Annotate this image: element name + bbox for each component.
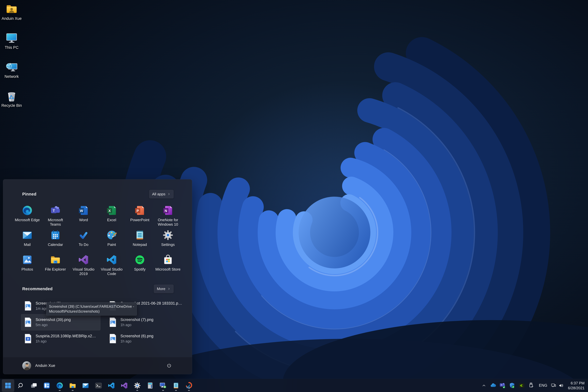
system-tray: T ENG 6:37 PM 6/28/2021	[480, 379, 586, 392]
user-avatar	[22, 361, 31, 370]
vscode-taskbar-button[interactable]	[105, 379, 118, 392]
powerpoint-icon: P	[134, 205, 146, 216]
word-app-tile[interactable]: W Word	[70, 204, 98, 228]
mail-app-tile[interactable]: Mail	[13, 228, 41, 253]
language-indicator[interactable]: ENG	[536, 381, 550, 390]
recommended-item[interactable]: Screenshot (6).png 1h ago	[106, 330, 185, 347]
start-menu-footer: Anduin Xue	[3, 357, 192, 374]
photos-app-tile[interactable]: Photos	[13, 253, 41, 278]
snip-taskbar-button[interactable]	[183, 379, 195, 392]
recommended-item[interactable]: Screenshot (7).png 1h ago	[106, 314, 185, 330]
spotify-app-tile[interactable]: Spotify	[126, 253, 154, 278]
edge-taskbar-button[interactable]	[54, 379, 66, 392]
image-file-icon	[24, 317, 32, 327]
task-view-taskbar-button[interactable]	[28, 379, 40, 392]
spotify-icon	[134, 254, 146, 266]
running-indicator	[72, 390, 74, 391]
search-icon	[17, 382, 25, 389]
recommended-item-time: 1h ago	[36, 339, 97, 343]
snip-icon	[185, 382, 193, 389]
svg-text:N: N	[165, 209, 167, 213]
mail-taskbar-button[interactable]	[80, 379, 92, 392]
recommended-item-title: Screenshot (39).png	[36, 318, 71, 322]
notepad-app-tile[interactable]: Notepad	[126, 228, 154, 253]
excel-app-tile[interactable]: X Excel	[98, 204, 126, 228]
onenote-icon: N	[162, 205, 174, 216]
video-file-icon	[24, 334, 32, 344]
widgets-taskbar-button[interactable]	[41, 379, 53, 392]
tray-icons: T	[490, 382, 534, 389]
microsoft-teams-app-tile[interactable]: T Microsoft Teams	[41, 204, 70, 228]
search-taskbar-button[interactable]	[15, 379, 27, 392]
volume-button[interactable]	[557, 382, 565, 390]
recommended-item[interactable]: Screenshot (39).png 5m ago	[21, 314, 100, 330]
notepad-icon	[134, 230, 146, 241]
desktop-icons: Anduin Xue This PC Network Recycle Bin	[1, 3, 22, 108]
usb-device-tray-button[interactable]	[528, 382, 534, 389]
more-button[interactable]: More	[154, 285, 174, 293]
network-button[interactable]	[550, 382, 557, 390]
settings-taskbar-button[interactable]	[131, 379, 144, 392]
tooltip-line-2: Microsoft\Pictures\Screenshots)	[49, 309, 100, 313]
power-button[interactable]	[164, 361, 174, 370]
settings-app-tile[interactable]: Settings	[154, 228, 182, 253]
visual-studio-taskbar-button[interactable]	[118, 379, 130, 392]
running-indicator	[188, 390, 190, 391]
svg-text:T: T	[501, 384, 502, 386]
clock-date: 6/28/2021	[568, 386, 584, 390]
terminal-icon	[95, 382, 102, 389]
microsoft-edge-app-tile[interactable]: Microsoft Edge	[13, 204, 41, 228]
pinned-header: Pinned	[22, 192, 36, 196]
tray-overflow-button[interactable]	[480, 381, 488, 390]
edge-icon	[22, 205, 33, 216]
visual-studio-2019-app-tile[interactable]: Visual Studio 2019	[70, 253, 98, 278]
onenote-for-windows-10-app-tile[interactable]: N OneNote for Windows 10	[154, 204, 182, 228]
windows-security-tray-button[interactable]	[509, 382, 515, 389]
user-folder-icon	[6, 3, 18, 15]
recommended-item-time: 1h ago	[120, 339, 154, 343]
pinned-apps-grid: Microsoft Edge T Microsoft Teams W Word …	[13, 204, 182, 278]
onedrive-tray-button[interactable]	[490, 382, 496, 389]
clock[interactable]: 6:37 PM 6/28/2021	[567, 381, 586, 390]
network-desktop-icon[interactable]: Network	[1, 61, 22, 79]
recommended-item[interactable]: Suspiria.2018.1080p.WEBRip.x264-[... 1h …	[21, 330, 100, 347]
running-indicator	[175, 390, 177, 391]
calculator-icon	[146, 382, 154, 389]
notepad-icon	[172, 382, 180, 389]
calendar-app-tile[interactable]: Calendar	[41, 228, 70, 253]
calculator-taskbar-button[interactable]	[144, 379, 156, 392]
image-file-icon	[109, 334, 117, 344]
teams-status-tray-button[interactable]: T	[499, 382, 506, 389]
file-explorer-app-tile[interactable]: File Explorer	[41, 253, 70, 278]
task-view-icon	[30, 382, 38, 389]
microsoft-store-app-tile[interactable]: Microsoft Store	[154, 253, 182, 278]
recommended-header: Recommended	[22, 286, 52, 291]
to-do-app-tile[interactable]: To Do	[70, 228, 98, 253]
word-icon: W	[78, 205, 89, 216]
running-indicator	[59, 390, 61, 391]
win-start-icon	[4, 382, 12, 389]
file-explorer-taskbar-button[interactable]	[66, 379, 79, 392]
excel-icon: X	[106, 205, 117, 216]
all-apps-button[interactable]: All apps	[149, 190, 174, 198]
visual-studio-code-app-tile[interactable]: Visual Studio Code	[98, 253, 126, 278]
visual-studio-icon	[78, 254, 89, 266]
user-profile-button[interactable]: Anduin Xue	[22, 361, 55, 370]
notepad-taskbar-button[interactable]	[170, 379, 182, 392]
terminal-taskbar-button[interactable]	[92, 379, 105, 392]
vscode-icon	[108, 382, 115, 389]
recycle-bin-desktop-icon[interactable]: Recycle Bin	[1, 90, 22, 108]
user-folder-anduin-xue-desktop-icon[interactable]: Anduin Xue	[1, 3, 22, 21]
recommended-item-title: Suspiria.2018.1080p.WEBRip.x264-[...	[36, 334, 97, 338]
teams-badge-icon: T	[499, 382, 506, 389]
edge-icon	[56, 382, 64, 389]
more-label: More	[157, 287, 166, 291]
powerpoint-app-tile[interactable]: P PowerPoint	[126, 204, 154, 228]
remote-desktop-taskbar-button[interactable]	[157, 379, 169, 392]
recommended-item-title: Screenshot (6).png	[120, 334, 154, 338]
nvidia-settings-tray-button[interactable]	[518, 382, 525, 389]
paint-app-tile[interactable]: Paint	[98, 228, 126, 253]
start-taskbar-button[interactable]	[2, 379, 14, 392]
this-pc-desktop-icon[interactable]: This PC	[1, 32, 22, 50]
photos-icon	[22, 254, 33, 266]
